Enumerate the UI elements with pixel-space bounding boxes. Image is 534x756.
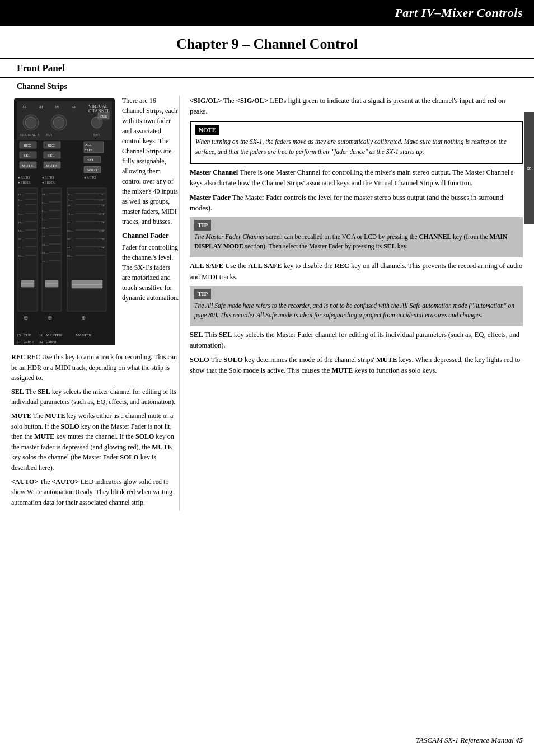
note-label: NOTE	[195, 125, 219, 135]
svg-text:6 —: 6 —	[42, 210, 48, 213]
svg-text:GRP 7: GRP 7	[24, 340, 34, 344]
front-panel-header: Front Panel	[0, 58, 534, 78]
svg-text:SEL: SEL	[24, 153, 30, 158]
svg-text:CUE: CUE	[100, 114, 107, 119]
svg-text:● AUTO: ● AUTO	[42, 176, 54, 179]
svg-text:— 30: — 30	[97, 229, 105, 232]
svg-text:15: 15	[17, 333, 21, 337]
svg-text:⊕: ⊕	[48, 314, 52, 321]
channel-fader-text: Fader for controlling the channel's leve…	[122, 242, 179, 303]
svg-text:16: 16	[55, 105, 59, 109]
right-content: <SIG/OL> The <SIG/OL> LEDs light green t…	[190, 96, 523, 377]
page-number: 45	[516, 736, 523, 744]
svg-text:● SIG/OL: ● SIG/OL	[42, 181, 56, 184]
svg-text:SEL: SEL	[48, 153, 54, 158]
svg-text:PAN: PAN	[93, 133, 100, 137]
svg-text:15 —: 15 —	[18, 229, 25, 232]
svg-text:10 —: 10 —	[42, 227, 49, 229]
svg-rect-64	[42, 188, 62, 311]
svg-text:5 —: 5 —	[42, 218, 48, 221]
mixer-image: 15 21 16 32 VIRTUAL CHANNEL AUX SEND 8 P…	[11, 96, 118, 350]
svg-text:SAFE: SAFE	[85, 148, 93, 152]
svg-text:GRP 8: GRP 8	[46, 340, 57, 344]
note-box: NOTE When turning on the SX-1, the fader…	[190, 121, 523, 164]
svg-text:— 5: — 5	[97, 199, 103, 201]
svg-text:21: 21	[39, 105, 44, 109]
svg-text:15 —: 15 —	[67, 213, 74, 215]
svg-text:10 —: 10 —	[67, 204, 74, 207]
svg-text:30 —: 30 —	[67, 238, 74, 241]
right-column: <SIG/OL> The <SIG/OL> LEDs light green t…	[179, 96, 523, 511]
sidebar-tab: 9	[524, 112, 534, 224]
svg-text:— 16: — 16	[97, 213, 105, 215]
svg-text:MUTE: MUTE	[22, 163, 33, 168]
svg-text:REC: REC	[48, 143, 55, 148]
svg-text:10 —: 10 —	[42, 193, 49, 196]
svg-text:16: 16	[39, 333, 44, 337]
svg-text:● SIG/OL: ● SIG/OL	[18, 181, 32, 184]
manual-name: TASCAM SX-1 Reference Manual	[416, 736, 514, 744]
channel-fader-header: Channel Fader	[122, 230, 179, 241]
svg-text:ALL: ALL	[85, 143, 92, 147]
svg-text:32: 32	[39, 340, 44, 344]
rec-section: REC REC Use this key to arm a track for …	[11, 352, 179, 508]
svg-text:● AUTO: ● AUTO	[84, 176, 96, 179]
part-label: Part IV–Mixer Controls	[395, 6, 523, 20]
svg-text:32: 32	[72, 105, 76, 109]
svg-text:6 —: 6 —	[18, 204, 24, 207]
svg-text:SEL: SEL	[87, 158, 94, 162]
svg-text:⊕: ⊕	[81, 314, 86, 321]
svg-text:MASTER: MASTER	[46, 333, 62, 337]
svg-text:20 —: 20 —	[42, 243, 49, 246]
svg-text:25 —: 25 —	[18, 246, 25, 249]
svg-text:40 —: 40 —	[67, 246, 74, 249]
svg-text:— 20: — 20	[97, 221, 105, 224]
tip-label-2: TIP	[194, 289, 211, 299]
svg-text:35 —: 35 —	[42, 260, 49, 263]
svg-text:— 0: — 0	[97, 193, 103, 196]
svg-text:— 35: — 35	[97, 238, 105, 241]
svg-text:8 —: 8 —	[42, 201, 48, 204]
svg-point-11	[53, 117, 64, 128]
part-header: Part IV–Mixer Controls	[0, 0, 534, 26]
svg-text:0 —: 0 —	[68, 193, 74, 196]
svg-text:20 —: 20 —	[67, 221, 74, 224]
svg-text:— 10: — 10	[97, 204, 105, 207]
tip-box-1: TIP The Master Fader Channel screen can …	[190, 217, 523, 257]
svg-text:● AUTO: ● AUTO	[18, 176, 30, 179]
left-column: 15 21 16 32 VIRTUAL CHANNEL AUX SEND 8 P…	[11, 96, 179, 511]
svg-text:10 —: 10 —	[18, 193, 25, 196]
svg-text:31: 31	[17, 340, 21, 344]
chapter-label: Chapter 9 – Channel Control	[176, 36, 358, 52]
svg-text:20 —: 20 —	[18, 238, 25, 241]
tip-box-2: TIP The All Safe mode here refers to the…	[190, 286, 523, 326]
svg-text:15 —: 15 —	[42, 235, 49, 238]
svg-text:CUE: CUE	[24, 333, 31, 337]
svg-text:MUTE: MUTE	[46, 163, 57, 168]
svg-text:10 —: 10 —	[18, 221, 25, 224]
svg-text:50 —: 50 —	[67, 255, 74, 257]
svg-text:REC: REC	[24, 143, 31, 148]
page-container: Part IV–Mixer Controls Chapter 9 – Chann…	[0, 0, 534, 756]
svg-text:25 —: 25 —	[67, 229, 74, 232]
channel-strips-header: Channel Strips	[0, 78, 534, 93]
svg-text:5 —: 5 —	[68, 199, 74, 201]
sidebar-tab-text: 9	[526, 166, 532, 170]
svg-text:5 —: 5 —	[18, 213, 24, 215]
svg-text:SOLO: SOLO	[87, 168, 97, 172]
svg-text:25 —: 25 —	[42, 252, 49, 255]
tip-label-1: TIP	[194, 220, 211, 231]
svg-text:AUX SEND 8: AUX SEND 8	[20, 133, 39, 137]
svg-text:8 —: 8 —	[18, 199, 24, 201]
svg-point-9	[25, 117, 36, 128]
svg-text:— 60: — 60	[97, 246, 105, 249]
chapter-header: Chapter 9 – Channel Control	[0, 26, 534, 58]
svg-text:PAN: PAN	[46, 133, 53, 137]
page-footer: TASCAM SX-1 Reference Manual 45	[416, 736, 523, 745]
svg-text:⊕: ⊕	[24, 314, 28, 321]
svg-text:35 —: 35 —	[18, 255, 25, 257]
channel-strips-intro: There are 16 Channel Strips, each with i…	[118, 96, 179, 350]
svg-text:MASTER: MASTER	[76, 333, 92, 337]
svg-text:15: 15	[22, 105, 27, 109]
